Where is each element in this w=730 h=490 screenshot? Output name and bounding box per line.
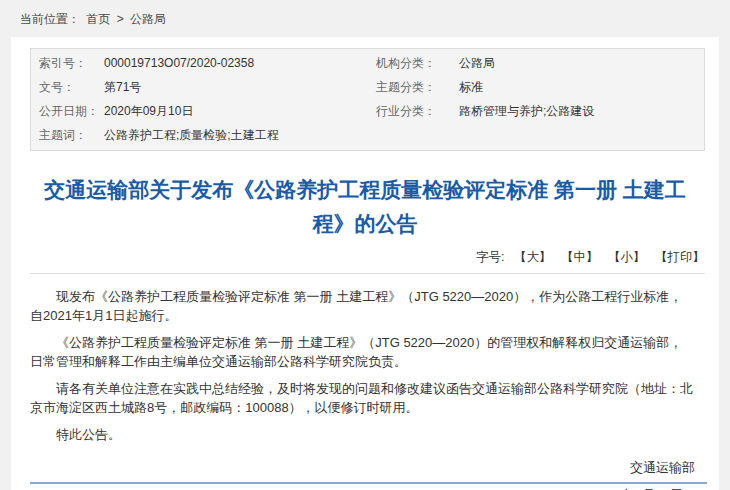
meta-row-3: 公开日期： 2020年09月10日 行业分类： 路桥管理与养护;公路建设 — [39, 99, 704, 123]
font-large-button[interactable]: 【大】 — [514, 250, 552, 264]
breadcrumb-current-link[interactable]: 公路局 — [130, 12, 166, 26]
meta-value-keywords: 公路养护工程;质量检验;土建工程 — [104, 127, 376, 144]
title-divider — [30, 273, 705, 274]
font-small-button[interactable]: 【小】 — [608, 250, 646, 264]
bottom-divider — [30, 482, 707, 484]
meta-label-topic-category: 主题分类： — [376, 79, 459, 96]
article-paragraph-2: 《公路养护工程质量检验评定标准 第一册 土建工程》（JTG 5220—2020）… — [30, 333, 694, 371]
article-body: 现发布《公路养护工程质量检验评定标准 第一册 土建工程》（JTG 5220—20… — [30, 287, 694, 444]
content-panel: 索引号： 000019713O07/2020-02358 机构分类： 公路局 文… — [11, 37, 719, 490]
meta-row-2: 文号： 第71号 主题分类： 标准 — [39, 75, 704, 99]
meta-row-1: 索引号： 000019713O07/2020-02358 机构分类： 公路局 — [39, 51, 704, 75]
meta-row-4: 主题词： 公路养护工程;质量检验;土建工程 — [39, 123, 704, 147]
meta-label-index-no: 索引号： — [39, 55, 104, 72]
article-paragraph-1: 现发布《公路养护工程质量检验评定标准 第一册 土建工程》（JTG 5220—20… — [30, 287, 694, 325]
meta-value-index-no: 000019713O07/2020-02358 — [104, 56, 376, 70]
meta-label-publish-date: 公开日期： — [39, 103, 104, 120]
signature-date: 2020年8月25日 — [11, 486, 719, 490]
meta-value-industry-category: 路桥管理与养护;公路建设 — [459, 103, 704, 120]
font-size-label: 字号: — [476, 250, 504, 264]
font-size-bar: 字号: 【大】 【中】 【小】 【打印】 — [11, 247, 719, 267]
breadcrumb-label: 当前位置： — [20, 12, 80, 26]
meta-label-keywords: 主题词： — [39, 127, 104, 144]
page-title: 交通运输部关于发布《公路养护工程质量检验评定标准 第一册 土建工程》的公告 — [35, 173, 695, 241]
print-button[interactable]: 【打印】 — [655, 250, 705, 264]
document-meta-table: 索引号： 000019713O07/2020-02358 机构分类： 公路局 文… — [30, 48, 705, 151]
meta-label-industry-category: 行业分类： — [376, 103, 459, 120]
meta-label-org-category: 机构分类： — [376, 55, 459, 72]
signature-org: 交通运输部 — [11, 459, 719, 477]
breadcrumb-separator-icon: > — [117, 12, 124, 26]
font-medium-button[interactable]: 【中】 — [561, 250, 599, 264]
meta-value-publish-date: 2020年09月10日 — [104, 103, 376, 120]
meta-value-org-category: 公路局 — [459, 55, 704, 72]
breadcrumb-home-link[interactable]: 首页 — [86, 12, 110, 26]
meta-value-topic-category: 标准 — [459, 79, 704, 96]
meta-value-doc-no: 第71号 — [104, 79, 376, 96]
meta-label-doc-no: 文号： — [39, 79, 104, 96]
article-paragraph-3: 请各有关单位注意在实践中总结经验，及时将发现的问题和修改建议函告交通运输部公路科… — [30, 379, 694, 417]
article-paragraph-4: 特此公告。 — [30, 425, 694, 444]
breadcrumb: 当前位置： 首页 > 公路局 — [0, 0, 730, 37]
